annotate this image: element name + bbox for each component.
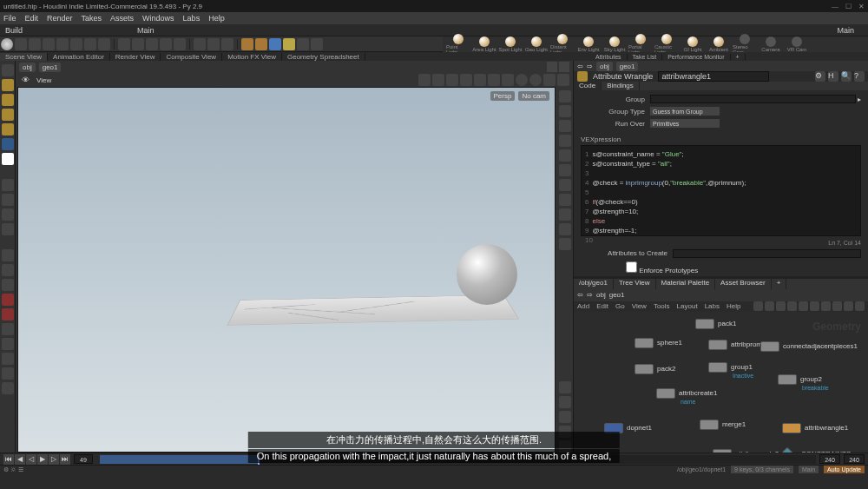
pts-icon[interactable]	[559, 164, 571, 176]
play-fwd-button[interactable]: ▶	[37, 454, 48, 465]
param-path-geo1[interactable]: geo1	[616, 62, 639, 71]
range-end-field[interactable]: 240	[844, 454, 865, 464]
net-tool-j-icon[interactable]	[855, 301, 865, 311]
menu-file[interactable]: File	[3, 14, 16, 23]
tab-comp-view[interactable]: Composite View	[161, 53, 222, 61]
net-tool-h-icon[interactable]	[832, 301, 842, 311]
param-pathbar[interactable]: ⇦⇨ obj geo1	[574, 61, 868, 71]
snap-pt-icon[interactable]	[2, 294, 14, 306]
net-menu-go[interactable]: Go	[615, 302, 625, 310]
shelf-line-icon[interactable]	[84, 38, 96, 50]
vt-gamma-icon[interactable]	[543, 74, 556, 86]
menu-takes[interactable]: Takes	[82, 14, 102, 23]
snap-curve-icon[interactable]	[2, 279, 14, 291]
prev-frame-button[interactable]: ◀	[15, 454, 25, 465]
node-attribwrangle2[interactable]: attribwrangle2	[713, 449, 779, 453]
vt-wire-icon[interactable]	[460, 74, 472, 86]
profile-icon[interactable]	[559, 223, 571, 235]
tab-render-view[interactable]: Render View	[110, 53, 161, 61]
shelf-curve-icon[interactable]	[118, 38, 130, 50]
vt-xray-icon[interactable]	[446, 74, 458, 86]
net-tab-asset[interactable]: Asset Browser	[715, 279, 772, 289]
net-tab-add[interactable]: +	[772, 279, 787, 289]
home-icon[interactable]	[559, 90, 571, 102]
attrib-create-field[interactable]	[673, 249, 861, 258]
node-name-field[interactable]	[658, 71, 769, 82]
play-rev-button[interactable]: ◁	[26, 454, 36, 465]
vt-mat-icon[interactable]	[529, 74, 542, 86]
net-menu-layout[interactable]: Layout	[677, 302, 698, 310]
sky-light-icon[interactable]: Sky Light	[602, 36, 627, 52]
brush-tool-icon[interactable]	[2, 249, 14, 261]
shelf-sparse-icon[interactable]	[255, 38, 267, 50]
h-icon[interactable]: H	[828, 71, 838, 82]
menu-labs[interactable]: Labs	[183, 14, 201, 23]
main-menu[interactable]: File Edit Render Takes Assets Windows La…	[0, 12, 868, 24]
shelf-lsystem-icon[interactable]	[207, 38, 220, 50]
view-tool-icon[interactable]	[2, 323, 14, 335]
channels-button[interactable]: 9 keys, 0/3 channels	[731, 466, 793, 473]
tab-anim-editor[interactable]: Animation Editor	[48, 53, 110, 61]
net-menu-help[interactable]: Help	[727, 302, 740, 310]
display-opt-icon[interactable]	[559, 120, 571, 132]
select-pt-icon[interactable]	[2, 109, 14, 121]
vt-shaded-icon[interactable]	[474, 74, 486, 86]
node-merge1[interactable]: merge1	[700, 420, 746, 430]
menu-windows[interactable]: Windows	[142, 14, 174, 23]
enforce-checkbox[interactable]	[626, 261, 637, 273]
shelf-torus-icon[interactable]	[43, 38, 55, 50]
viewport-3d[interactable]: Persp No cam	[17, 87, 556, 453]
main-button[interactable]: Main	[799, 466, 819, 473]
camera-menu[interactable]: Persp No cam	[490, 91, 549, 101]
spot-light-icon[interactable]: Spot Light	[498, 36, 523, 52]
gear-icon[interactable]: ⚙	[815, 71, 825, 82]
net-tool-c-icon[interactable]	[776, 301, 786, 311]
shelf-embers-icon[interactable]	[311, 38, 323, 50]
shelf-metaball-icon[interactable]	[221, 38, 233, 50]
menu-edit[interactable]: Edit	[25, 14, 39, 23]
shelf-font-icon[interactable]	[174, 38, 186, 50]
pose-tool-icon[interactable]	[2, 223, 14, 235]
first-frame-button[interactable]: ⏮	[3, 454, 14, 465]
shelf-spray-icon[interactable]	[160, 38, 172, 50]
radial-main[interactable]: Main	[132, 26, 160, 35]
tab-bindings[interactable]: Bindings	[602, 82, 640, 90]
net-menu-tools[interactable]: Tools	[654, 302, 670, 310]
pin-icon[interactable]	[547, 62, 557, 72]
node-pack1[interactable]: pack1	[695, 319, 736, 329]
net-path-geo[interactable]: geo1	[609, 291, 625, 299]
vt-bg-icon[interactable]	[557, 74, 569, 86]
arrow-tool-icon[interactable]	[2, 153, 14, 165]
disp-b-icon[interactable]	[559, 396, 571, 408]
help-icon[interactable]: ?	[854, 71, 865, 82]
render-icon[interactable]	[2, 382, 14, 394]
group-picker-icon[interactable]: ▸	[858, 96, 861, 103]
path-obj[interactable]: obj	[19, 63, 36, 72]
select-obj-icon[interactable]	[2, 79, 14, 91]
net-tab-geo[interactable]: /obj/geo1	[574, 279, 614, 289]
shelf-melt-icon[interactable]	[297, 38, 309, 50]
vt-ghost-icon[interactable]	[418, 74, 431, 86]
param-path-obj[interactable]: obj	[596, 62, 613, 71]
vt-smooth-icon[interactable]	[488, 74, 500, 86]
menu-assets[interactable]: Assets	[110, 14, 134, 23]
ambient-light-icon[interactable]: Ambient	[707, 36, 731, 52]
env-light-icon[interactable]: Env Light	[576, 36, 601, 52]
geo-light-icon[interactable]: Geo Light	[524, 36, 549, 52]
gi-light-icon[interactable]: GI Light	[681, 36, 705, 52]
flipbook-icon[interactable]	[2, 367, 14, 380]
next-frame-button[interactable]: ▷	[49, 454, 59, 465]
group-type-dropdown[interactable]: Guess from Group	[650, 107, 720, 116]
shelf-draw-icon[interactable]	[132, 38, 144, 50]
shelf-platonic-icon[interactable]	[194, 38, 206, 50]
render-region-icon[interactable]	[2, 338, 14, 350]
tab-code[interactable]: Code	[574, 82, 602, 90]
snap-multi-icon[interactable]	[2, 308, 14, 320]
node-group1[interactable]: group1Inactive	[708, 362, 753, 373]
net-tool-f-icon[interactable]	[810, 301, 819, 311]
move-tool-icon[interactable]	[2, 179, 14, 191]
net-menu-view[interactable]: View	[632, 302, 647, 310]
menu-render[interactable]: Render	[47, 14, 73, 23]
current-frame-field[interactable]: 49	[74, 454, 93, 464]
shelf-sphere-icon[interactable]	[1, 38, 13, 50]
